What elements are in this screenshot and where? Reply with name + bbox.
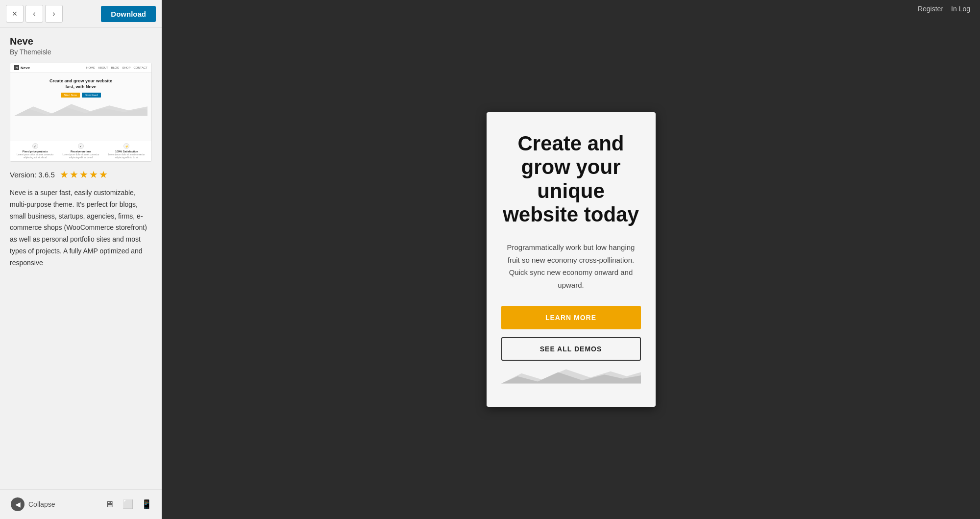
desktop-view-button[interactable]: 🖥 — [101, 496, 118, 513]
view-mode-buttons: 🖥 ⬜ 📱 — [101, 496, 155, 513]
desktop-icon: 🖥 — [105, 499, 114, 510]
mini-hero-heading: Create and grow your websitefast, with N… — [49, 78, 112, 90]
main-content: Create and grow your unique website toda… — [162, 0, 980, 519]
mini-feature-1: ✓ Fixed price projects Lorem ipsum dolor… — [13, 143, 57, 159]
theme-preview-thumbnail: N Neve HOME ABOUT BLOG SHOP CONTACT — [10, 63, 152, 162]
mini-logo-text: Neve — [21, 66, 30, 70]
mobile-icon: 📱 — [141, 499, 152, 510]
mini-hero: Create and grow your websitefast, with N… — [10, 73, 151, 141]
preview-headline: Create and grow your unique website toda… — [501, 132, 641, 226]
theme-name: Neve — [10, 36, 152, 47]
mini-logo-box: N — [14, 65, 19, 70]
mini-feature-3: ⚡ 100% Satisfaction Lorem ipsum dolor si… — [105, 143, 148, 159]
sidebar-content: Neve By Themeisle N Neve HOME ABOUT BL — [0, 28, 162, 489]
sidebar-toolbar: × ‹ › Download — [0, 0, 162, 28]
sidebar: × ‹ › Download Neve By Themeisle N Neve — [0, 0, 162, 519]
version-row: Version: 3.6.5 ★ ★ ★ ★ ★ — [10, 169, 152, 180]
mini-site-mockup: N Neve HOME ABOUT BLOG SHOP CONTACT — [10, 63, 151, 161]
star-2: ★ — [70, 169, 78, 180]
tablet-icon: ⬜ — [122, 499, 133, 510]
star-rating: ★ ★ ★ ★ ★ — [60, 169, 108, 180]
mini-logo: N Neve — [14, 65, 30, 70]
mobile-view-button[interactable]: 📱 — [138, 496, 155, 513]
forward-button[interactable]: › — [45, 5, 63, 23]
mini-hero-buttons: Start Now Download — [61, 93, 100, 98]
star-4: ★ — [89, 169, 98, 180]
theme-author: By Themeisle — [10, 48, 152, 56]
collapse-label: Collapse — [28, 500, 55, 508]
see-all-demos-button[interactable]: SEE ALL DEMOS — [501, 337, 641, 361]
back-button[interactable]: ‹ — [25, 5, 43, 23]
mini-download-button: Download — [82, 93, 101, 98]
preview-mountains-svg — [501, 366, 641, 385]
collapse-button[interactable]: ◀ Collapse — [7, 495, 59, 513]
preview-card: Create and grow your unique website toda… — [487, 112, 656, 407]
login-link[interactable]: In Log — [951, 5, 970, 13]
version-text: Version: 3.6.5 — [10, 171, 55, 179]
theme-description: Neve is a super fast, easily customizabl… — [10, 187, 152, 269]
star-5: ★ — [99, 169, 108, 180]
download-button[interactable]: Download — [101, 6, 156, 22]
learn-more-button[interactable]: LEARN MORE — [501, 306, 641, 329]
top-bar: Register In Log — [908, 0, 980, 18]
mini-mountains-svg — [14, 101, 147, 116]
mini-feature-2: ✓ Receive on time Lorem ipsum dolor sit … — [59, 143, 102, 159]
star-3: ★ — [79, 169, 88, 180]
preview-subtext: Programmatically work but low hanging fr… — [501, 241, 641, 291]
register-link[interactable]: Register — [918, 5, 943, 13]
tablet-view-button[interactable]: ⬜ — [120, 496, 136, 513]
mini-features: ✓ Fixed price projects Lorem ipsum dolor… — [10, 141, 151, 161]
mini-start-button: Start Now — [61, 93, 79, 98]
sidebar-bottom: ◀ Collapse 🖥 ⬜ 📱 — [0, 489, 162, 519]
collapse-arrow-icon: ◀ — [11, 497, 24, 511]
star-1: ★ — [60, 169, 69, 180]
mini-nav-links: HOME ABOUT BLOG SHOP CONTACT — [86, 66, 147, 69]
close-button[interactable]: × — [6, 5, 24, 23]
mini-nav: N Neve HOME ABOUT BLOG SHOP CONTACT — [10, 63, 151, 73]
